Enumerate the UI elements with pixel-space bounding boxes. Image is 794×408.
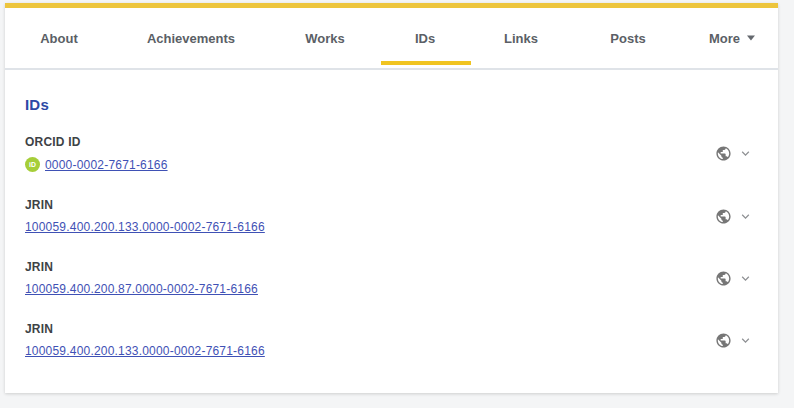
jrin-link[interactable]: 100059.400.200.133.0000-0002-7671-6166 xyxy=(25,220,265,234)
jrin-link[interactable]: 100059.400.200.87.0000-0002-7671-6166 xyxy=(25,282,258,296)
id-row-text: JRIN 100059.400.200.87.0000-0002-7671-61… xyxy=(25,260,258,296)
jrin-link[interactable]: 100059.400.200.133.0000-0002-7671-6166 xyxy=(25,344,265,358)
id-row-text: ORCID ID iD 0000-0002-7671-6166 xyxy=(25,135,168,172)
id-row-jrin-1: JRIN 100059.400.200.133.0000-0002-7671-6… xyxy=(25,198,753,234)
chevron-down-icon[interactable] xyxy=(738,333,753,348)
tab-about[interactable]: About xyxy=(40,31,78,46)
tab-ids[interactable]: IDs xyxy=(415,31,435,46)
row-icons xyxy=(715,332,753,349)
row-icons xyxy=(715,208,753,225)
caret-down-icon xyxy=(747,36,755,41)
id-row-jrin-3: JRIN 100059.400.200.133.0000-0002-7671-6… xyxy=(25,322,753,358)
id-link-line: 100059.400.200.133.0000-0002-7671-6166 xyxy=(25,220,265,234)
id-link-line: 100059.400.200.133.0000-0002-7671-6166 xyxy=(25,344,265,358)
chevron-down-icon[interactable] xyxy=(738,271,753,286)
tab-more[interactable]: More xyxy=(709,31,755,46)
id-row-text: JRIN 100059.400.200.133.0000-0002-7671-6… xyxy=(25,198,265,234)
svg-text:iD: iD xyxy=(29,161,36,168)
id-link-line: 100059.400.200.87.0000-0002-7671-6166 xyxy=(25,282,258,296)
globe-icon[interactable] xyxy=(715,270,732,287)
active-tab-underline xyxy=(381,61,471,65)
id-label: ORCID ID xyxy=(25,135,168,149)
globe-icon[interactable] xyxy=(715,208,732,225)
row-icons xyxy=(715,145,753,162)
profile-tabbar: About Achievements Works IDs Links Posts… xyxy=(5,8,778,70)
orcid-id-link[interactable]: 0000-0002-7671-6166 xyxy=(45,158,168,172)
id-row-jrin-2: JRIN 100059.400.200.87.0000-0002-7671-61… xyxy=(25,260,753,296)
id-label: JRIN xyxy=(25,260,258,274)
section-title: IDs xyxy=(25,96,753,113)
id-link-line: iD 0000-0002-7671-6166 xyxy=(25,157,168,172)
chevron-down-icon[interactable] xyxy=(738,209,753,224)
id-row-text: JRIN 100059.400.200.133.0000-0002-7671-6… xyxy=(25,322,265,358)
globe-icon[interactable] xyxy=(715,332,732,349)
row-icons xyxy=(715,270,753,287)
id-label: JRIN xyxy=(25,198,265,212)
id-row-orcid: ORCID ID iD 0000-0002-7671-6166 xyxy=(25,135,753,172)
tab-links[interactable]: Links xyxy=(504,31,538,46)
orcid-icon: iD xyxy=(25,157,40,172)
tab-posts[interactable]: Posts xyxy=(610,31,645,46)
id-label: JRIN xyxy=(25,322,265,336)
globe-icon[interactable] xyxy=(715,145,732,162)
tab-more-label: More xyxy=(709,31,740,46)
chevron-down-icon[interactable] xyxy=(738,146,753,161)
tab-achievements[interactable]: Achievements xyxy=(147,31,235,46)
profile-card: About Achievements Works IDs Links Posts… xyxy=(5,3,778,393)
tab-works[interactable]: Works xyxy=(305,31,345,46)
ids-section: IDs ORCID ID iD 0000-0002-7671-6166 xyxy=(5,70,778,358)
